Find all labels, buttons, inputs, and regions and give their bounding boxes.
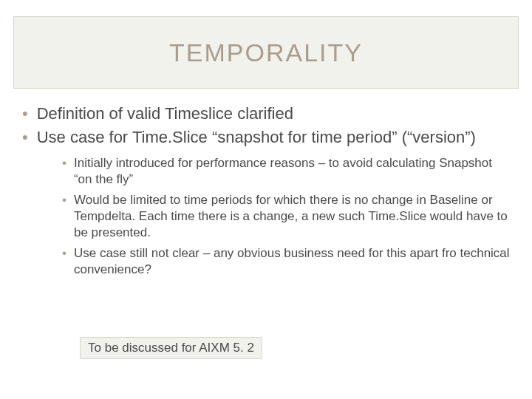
list-item: • Definition of valid Timeslice clarifie… xyxy=(22,103,510,124)
bullet-icon: • xyxy=(62,192,66,208)
list-item: • Initially introduced for performance r… xyxy=(62,155,510,188)
sublist: • Initially introduced for performance r… xyxy=(62,155,510,278)
list-item-text: Initially introduced for performance rea… xyxy=(74,155,510,188)
slide-title: TEMPORALITY xyxy=(169,38,363,67)
bullet-icon: • xyxy=(62,245,66,262)
list-item: • Use case for Time.Slice “snapshot for … xyxy=(22,127,510,148)
slide-content: • Definition of valid Timeslice clarifie… xyxy=(22,103,510,282)
list-item-text: Use case for Time.Slice “snapshot for ti… xyxy=(37,127,476,148)
list-item-text: Would be limited to time periods for whi… xyxy=(74,192,510,241)
list-item-text: Use case still not clear – any obvious b… xyxy=(74,245,510,278)
list-item-text: Definition of valid Timeslice clarified xyxy=(37,103,293,124)
list-item: • Would be limited to time periods for w… xyxy=(62,192,510,241)
bullet-icon: • xyxy=(22,103,28,124)
callout-box: To be discussed for AIXM 5. 2 xyxy=(80,337,262,359)
title-band: TEMPORALITY xyxy=(13,16,519,89)
list-item: • Use case still not clear – any obvious… xyxy=(62,245,510,278)
callout-text: To be discussed for AIXM 5. 2 xyxy=(88,341,254,355)
bullet-icon: • xyxy=(62,155,66,171)
bullet-icon: • xyxy=(22,127,28,148)
